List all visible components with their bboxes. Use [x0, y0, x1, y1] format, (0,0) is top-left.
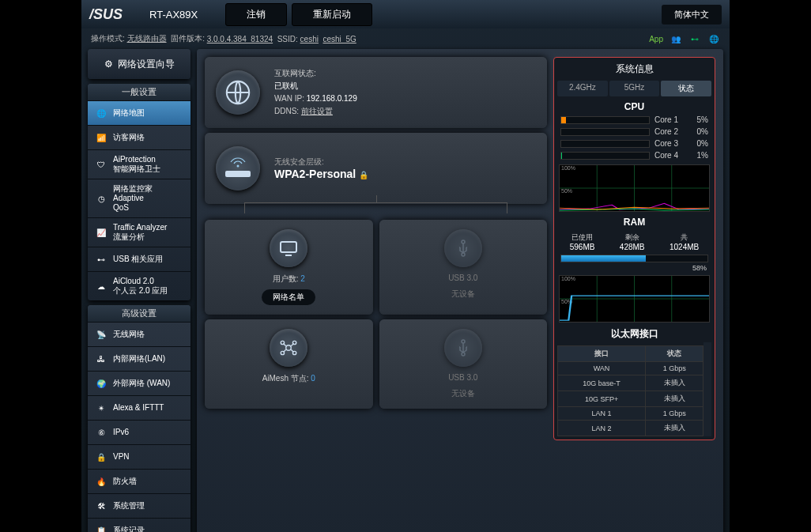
monitor-icon [270, 229, 307, 267]
menu-lan[interactable]: 🖧内部网络(LAN) [88, 346, 190, 371]
menu-alexa[interactable]: ✴Alexa & IFTTT [88, 395, 190, 420]
svg-rect-2 [225, 171, 251, 177]
ram-heading: RAM [557, 215, 711, 229]
chart-icon: 📈 [94, 225, 108, 240]
menu-firewall[interactable]: 🔥防火墙 [88, 469, 190, 493]
wan-ip-value: 192.168.0.129 [307, 94, 357, 103]
security-value: WPA2-Personal [274, 168, 356, 180]
menu-ipv6[interactable]: ⑥IPv6 [88, 420, 190, 444]
security-label: 无线安全层级: [274, 157, 368, 168]
advanced-menu: 高级设置 📡无线网络 🖧内部网络(LAN) 🌍外部网络 (WAN) ✴Alexa… [88, 305, 190, 532]
internet-status-icon[interactable]: 🌐 [707, 32, 720, 45]
aimesh-icon [270, 329, 307, 367]
eth-row: LAN 11 Gbps [558, 407, 703, 421]
advanced-title: 高级设置 [88, 305, 190, 322]
ram-total-label: 共 [670, 232, 699, 243]
tab-status[interactable]: 状态 [661, 81, 711, 96]
ddns-link[interactable]: 前往设置 [301, 107, 333, 115]
ssid-label: SSID: [277, 35, 298, 43]
system-info-panel: 系统信息 2.4GHz 5GHz 状态 CPU Core 15%Core 20%… [553, 57, 715, 440]
svg-point-1 [237, 165, 240, 168]
client-list-button[interactable]: 网络名单 [262, 289, 315, 305]
svg-point-6 [286, 345, 292, 351]
usb1-card[interactable]: USB 3.0 无设备 [379, 220, 548, 315]
menu-admin[interactable]: 🛠系统管理 [88, 493, 190, 518]
svg-point-5 [462, 253, 465, 256]
ram-percent: 58% [557, 264, 711, 272]
security-card[interactable]: 无线安全层级: WPA2-Personal 🔒 [205, 133, 547, 204]
eth-h2: 状态 [646, 346, 703, 362]
ipv6-icon: ⑥ [94, 425, 108, 440]
aimesh-label: AiMesh 节点: [262, 374, 309, 383]
top-bar: /SUS RT-AX89X 注销 重新启动 简体中文 [81, 0, 730, 28]
tab-24ghz[interactable]: 2.4GHz [557, 81, 608, 96]
general-title: 一般设置 [88, 84, 190, 100]
qis-button[interactable]: ⚙ 网络设置向导 [88, 49, 190, 79]
vpn-icon: 🔒 [94, 450, 108, 464]
admin-icon: 🛠 [94, 499, 108, 513]
logout-button[interactable]: 注销 [225, 3, 287, 26]
clients-label: 用户数: [273, 274, 299, 283]
alexa-icon: ✴ [94, 401, 108, 415]
tab-5ghz[interactable]: 5GHz [609, 81, 660, 96]
menu-qos[interactable]: ◷网络监控家 Adaptive QoS [88, 179, 190, 217]
op-mode-label: 操作模式: [91, 33, 125, 44]
ssid-5g[interactable]: ceshi_5G [323, 35, 356, 43]
model-name: RT-AX89X [149, 9, 213, 21]
usb2-card[interactable]: USB 3.0 无设备 [379, 319, 548, 409]
usb-icon: ⊷ [94, 252, 108, 266]
cpu-core-row: Core 41% [557, 149, 711, 161]
aimesh-count: 0 [311, 374, 315, 383]
usb1-status: 无设备 [451, 289, 475, 300]
ram-total: 1024MB [670, 243, 699, 251]
clients-card[interactable]: 用户数: 2 网络名单 [205, 220, 373, 315]
fw-link[interactable]: 3.0.0.4.384_81324 [207, 35, 273, 43]
usb-status-icon[interactable]: ⊷ [688, 32, 701, 45]
eth-row: 10G base-T未插入 [558, 375, 703, 391]
cpu-heading: CPU [557, 100, 711, 114]
menu-guest-network[interactable]: 📶访客网络 [88, 125, 190, 149]
usb1-label: USB 3.0 [448, 274, 477, 282]
aimesh-card[interactable]: AiMesh 节点: 0 [205, 319, 373, 409]
eth-scrollbar[interactable] [703, 342, 711, 436]
menu-aicloud[interactable]: ☁AiCloud 2.0 个人云 2.0 应用 [88, 271, 190, 300]
log-icon: 📋 [94, 523, 108, 532]
menu-aiprotection[interactable]: 🛡AiProtection 智能网络卫士 [88, 149, 190, 179]
ram-used: 596MB [570, 243, 595, 251]
cpu-core-row: Core 15% [557, 114, 711, 126]
menu-syslog[interactable]: 📋系统记录 [88, 518, 190, 532]
multi-user-icon[interactable]: 👥 [670, 32, 682, 45]
menu-vpn[interactable]: 🔒VPN [88, 444, 190, 469]
qis-label: 网络设置向导 [118, 58, 175, 71]
sysinfo-title: 系统信息 [557, 61, 711, 77]
reboot-button[interactable]: 重新启动 [292, 3, 372, 26]
eth-h1: 接口 [558, 346, 646, 362]
sidebar: ⚙ 网络设置向导 一般设置 🌐网络地图 📶访客网络 🛡AiProtection … [88, 49, 190, 532]
menu-wireless[interactable]: 📡无线网络 [88, 322, 190, 346]
internet-status-card[interactable]: 互联网状态: 已联机 WAN IP: 192.168.0.129 DDNS: 前… [205, 57, 547, 128]
ddns-label: DDNS: [274, 107, 299, 115]
internet-status-label: 互联网状态: [274, 67, 357, 80]
ram-graph: 100%50% [559, 275, 710, 323]
eth-heading: 以太网接口 [557, 326, 711, 342]
wan-ip-label: WAN IP: [274, 94, 304, 103]
language-select[interactable]: 简体中文 [662, 5, 722, 25]
status-bar: 操作模式: 无线路由器 固件版本: 3.0.0.4.384_81324 SSID… [81, 28, 730, 49]
eth-table: 接口状态 WAN1 Gbps10G base-T未插入10G SFP+未插入LA… [557, 345, 703, 436]
svg-point-12 [462, 353, 465, 356]
cpu-core-row: Core 20% [557, 126, 711, 138]
menu-traffic-analyzer[interactable]: 📈Traffic Analyzer 流量分析 [88, 217, 190, 247]
menu-usb[interactable]: ⊷USB 相关应用 [88, 247, 190, 271]
menu-network-map[interactable]: 🌐网络地图 [88, 100, 190, 125]
usb2-label: USB 3.0 [448, 373, 477, 382]
eth-row: LAN 2未插入 [558, 421, 703, 436]
ram-free-label: 剩余 [620, 232, 645, 243]
ssid-24g[interactable]: ceshi [300, 35, 319, 43]
svg-point-11 [462, 340, 465, 343]
op-mode-link[interactable]: 无线路由器 [127, 33, 167, 44]
globe-icon: 🌐 [94, 106, 108, 120]
internet-status-value: 已联机 [274, 80, 357, 92]
app-link[interactable]: App [649, 32, 663, 45]
fw-label: 固件版本: [171, 33, 205, 44]
menu-wan[interactable]: 🌍外部网络 (WAN) [88, 371, 190, 395]
